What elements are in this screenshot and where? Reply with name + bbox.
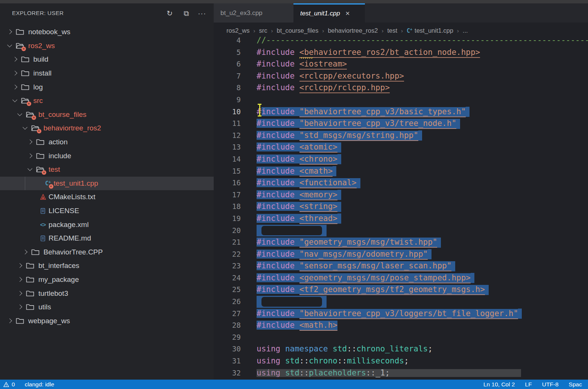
breadcrumb-item-behaviortree-ros2[interactable]: behaviortree_ros2 bbox=[328, 27, 378, 34]
tree-item-bt-interfaces[interactable]: bt_interfaces bbox=[0, 259, 214, 273]
code-line-10[interactable]: 10#include "behaviortree_cpp_v3/basic_ty… bbox=[214, 106, 588, 118]
more-actions-icon[interactable]: ··· bbox=[197, 9, 207, 18]
code-line-8[interactable]: 8#include <rclcpp/rclcpp.hpp> bbox=[214, 82, 588, 94]
code-line-18[interactable]: 18#include <string> bbox=[214, 201, 588, 213]
breadcrumb-item-test[interactable]: test bbox=[387, 27, 397, 34]
tree-item-behaviortree-ros2[interactable]: ×behaviortree_ros2 bbox=[0, 121, 214, 135]
collapse-folders-icon[interactable]: ⧉ bbox=[181, 9, 191, 18]
tree-item-utils[interactable]: utils bbox=[0, 300, 214, 314]
code-line-25[interactable]: 25#include <tf2_geometry_msgs/tf2_geomet… bbox=[214, 284, 588, 296]
code-line-24[interactable]: 24#include <geometry_msgs/msg/pose_stamp… bbox=[214, 272, 588, 284]
line-content: #include "behaviortree_cpp_v3/tree_node.… bbox=[257, 118, 460, 130]
horizontal-scrollbar[interactable] bbox=[257, 369, 521, 377]
chevron-right-icon[interactable] bbox=[12, 70, 18, 76]
code-line-12[interactable]: 12#include "std_msgs/msg/string.hpp" bbox=[214, 130, 588, 142]
breadcrumb-item-bt-course-files[interactable]: bt_course_files bbox=[277, 27, 318, 34]
tree-item-notebook-ws[interactable]: notebook_ws bbox=[0, 25, 214, 39]
indentation-indicator[interactable]: Spac bbox=[569, 381, 582, 388]
tree-item-bt-course-files[interactable]: ×bt_course_files bbox=[0, 108, 214, 122]
code-line-7[interactable]: 7#include <rclcpp/executors.hpp> bbox=[214, 70, 588, 82]
encoding-indicator[interactable]: UTF-8 bbox=[542, 381, 559, 388]
chevron-right-icon[interactable] bbox=[27, 139, 33, 145]
clangd-status[interactable]: clangd: idle bbox=[25, 381, 54, 388]
code-line-11[interactable]: 11#include "behaviortree_cpp_v3/tree_nod… bbox=[214, 118, 588, 130]
chevron-down-icon[interactable] bbox=[17, 112, 23, 118]
problems-indicator[interactable]: 0 bbox=[3, 381, 15, 388]
code-line-20[interactable]: 20 bbox=[214, 225, 588, 237]
error-badge: × bbox=[49, 184, 53, 189]
chevron-right-icon[interactable] bbox=[12, 84, 18, 90]
chevron-right-icon[interactable] bbox=[17, 277, 23, 283]
tree-item-log[interactable]: log bbox=[0, 80, 214, 94]
tab-test-unit1-cpp[interactable]: test_unit1.cpp✕ bbox=[293, 3, 365, 23]
eol-indicator[interactable]: LF bbox=[525, 381, 532, 388]
breadcrumb-item--[interactable]: ... bbox=[463, 27, 468, 34]
chevron-right-icon[interactable] bbox=[7, 318, 13, 324]
code-line-21[interactable]: 21#include "geometry_msgs/msg/twist.hpp" bbox=[214, 236, 588, 248]
chevron-right-icon[interactable] bbox=[27, 153, 33, 159]
tab-bt-u2-ex3-cpp[interactable]: bt_u2_ex3.cpp bbox=[214, 3, 293, 23]
code-line-28[interactable]: 28#include <math.h> bbox=[214, 319, 588, 331]
code-line-29[interactable]: 29 bbox=[214, 331, 588, 344]
code-editor[interactable]: 4//-------------------------------------… bbox=[214, 35, 588, 379]
code-line-31[interactable]: 31using std::chrono::milliseconds; bbox=[214, 355, 588, 367]
token-pl bbox=[295, 107, 299, 116]
line-content: #include <math.h> bbox=[257, 319, 337, 331]
tree-item-install[interactable]: install bbox=[0, 67, 214, 80]
cursor-position[interactable]: Ln 10, Col 2 bbox=[483, 381, 515, 388]
tree-item-my-package[interactable]: my_package bbox=[0, 273, 214, 287]
code-line-13[interactable]: 13#include <atomic> bbox=[214, 141, 588, 153]
breadcrumb-item-ros2-ws[interactable]: ros2_ws bbox=[226, 27, 249, 34]
token-pl: :: bbox=[337, 356, 347, 365]
line-number: 24 bbox=[214, 272, 241, 284]
code-line-30[interactable]: 30using namespace std::chrono_literals; bbox=[214, 343, 588, 355]
code-line-27[interactable]: 27#include "behaviortree_cpp_v3/loggers/… bbox=[214, 308, 588, 320]
refresh-icon[interactable]: ↻ bbox=[165, 9, 175, 18]
tree-item-readme-md[interactable]: README.md bbox=[0, 232, 214, 245]
chevron-right-icon[interactable] bbox=[7, 29, 13, 35]
tree-item-test[interactable]: ×test bbox=[0, 163, 214, 177]
chevron-down-icon[interactable] bbox=[27, 166, 33, 173]
chevron-down-icon[interactable] bbox=[12, 98, 18, 104]
code-line-4[interactable]: 4//-------------------------------------… bbox=[214, 35, 588, 47]
breadcrumb-item-src[interactable]: src bbox=[259, 27, 267, 34]
chevron-right-icon[interactable] bbox=[17, 263, 23, 269]
code-line-5[interactable]: 5#include <behaviortree_ros2/bt_action_n… bbox=[214, 47, 588, 59]
code-line-22[interactable]: 22#include "nav_msgs/msg/odometry.hpp" bbox=[214, 248, 588, 260]
tree-item-ros2-ws[interactable]: ×ros2_ws bbox=[0, 39, 214, 53]
token-pl bbox=[295, 309, 299, 318]
code-line-14[interactable]: 14#include <chrono> bbox=[214, 153, 588, 165]
tree-item-webpage-ws[interactable]: webpage_ws bbox=[0, 314, 214, 328]
code-line-6[interactable]: 6#include <iostream> bbox=[214, 58, 588, 70]
code-line-26[interactable]: 26 bbox=[214, 296, 588, 308]
tree-item-include[interactable]: include bbox=[0, 149, 214, 163]
token-ns: namespace bbox=[285, 344, 328, 353]
tree-item-license[interactable]: LICENSE bbox=[0, 204, 214, 218]
token-pl bbox=[295, 71, 299, 80]
code-line-15[interactable]: 15#include <cmath> bbox=[214, 165, 588, 177]
close-icon[interactable]: ✕ bbox=[345, 10, 350, 17]
tree-item-cmakelists-txt[interactable]: CMakeLists.txt bbox=[0, 190, 214, 204]
tree-item-action[interactable]: action bbox=[0, 135, 214, 149]
code-line-16[interactable]: 16#include <functional> bbox=[214, 177, 588, 189]
tree-item-src[interactable]: ×src bbox=[0, 94, 214, 108]
chevron-down-icon[interactable] bbox=[7, 43, 13, 49]
tree-item-build[interactable]: build bbox=[0, 53, 214, 67]
breadcrumb-item-test-unit1-cpp[interactable]: C+test_unit1.cpp bbox=[407, 27, 453, 34]
token-inc: "std_msgs/msg/string.hpp" bbox=[299, 131, 418, 141]
tree-item-label: src bbox=[33, 97, 43, 105]
chevron-down-icon[interactable] bbox=[22, 125, 28, 131]
chevron-right-icon[interactable] bbox=[17, 291, 23, 297]
chevron-right-icon[interactable] bbox=[17, 304, 23, 310]
code-line-17[interactable]: 17#include <memory> bbox=[214, 189, 588, 201]
tree-item-test-unit1-cpp[interactable]: C+×test_unit1.cpp bbox=[0, 177, 214, 191]
code-line-23[interactable]: 23#include "sensor_msgs/msg/laser_scan.h… bbox=[214, 260, 588, 272]
code-line-19[interactable]: 19#include <thread> bbox=[214, 213, 588, 225]
code-line-9[interactable]: 9 bbox=[214, 94, 588, 106]
tree-item-turtlebot3[interactable]: turtlebot3 bbox=[0, 286, 214, 300]
chevron-right-icon[interactable] bbox=[22, 249, 28, 255]
chevron-right-icon[interactable] bbox=[12, 56, 18, 62]
tree-item-label: README.md bbox=[49, 234, 91, 242]
tree-item-behaviortree-cpp[interactable]: BehaviorTree.CPP bbox=[0, 245, 214, 259]
tree-item-package-xml[interactable]: <>package.xml bbox=[0, 218, 214, 232]
